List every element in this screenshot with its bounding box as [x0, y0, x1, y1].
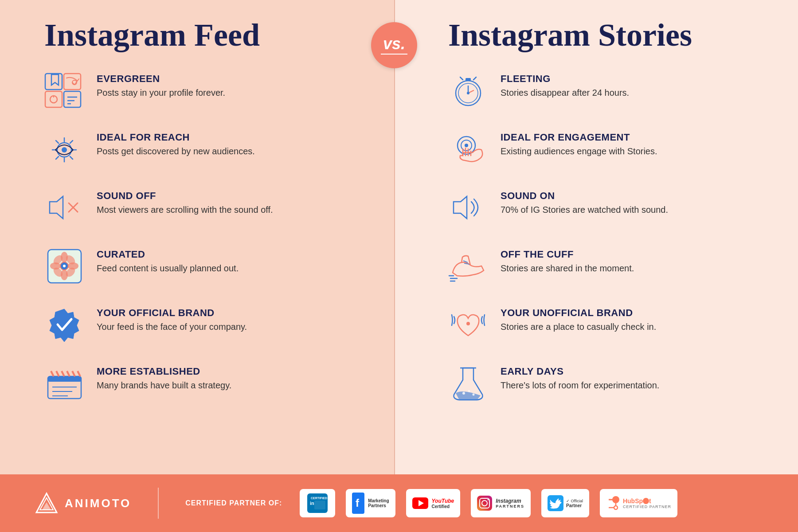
feature-early-days-title: EARLY DAYS — [501, 366, 763, 377]
svg-rect-0 — [45, 74, 62, 90]
feature-engagement-desc: Existing audiences engage with Stories. — [501, 145, 763, 158]
feature-early-days: EARLY DAYS There's lots of room for expe… — [448, 363, 763, 403]
feature-curated-desc: Feed content is usually planned out. — [97, 262, 359, 275]
feature-reach-desc: Posts get discovered by new audiences. — [97, 145, 359, 158]
feature-evergreen-title: EVERGREEN — [97, 73, 359, 85]
svg-line-19 — [56, 156, 59, 159]
feature-off-cuff: OFF THE CUFF Stories are shared in the m… — [448, 246, 763, 286]
svg-text:CERTIFIED: CERTIFIED — [311, 497, 327, 500]
feature-early-days-text: EARLY DAYS There's lots of room for expe… — [501, 363, 763, 392]
feature-sound-on: SOUND ON 70% of IG Stories are watched w… — [448, 188, 763, 227]
feature-established: MORE ESTABLISHED Many brands have built … — [44, 363, 359, 403]
evergreen-icon — [44, 70, 84, 110]
feature-official-brand-title: YOUR OFFICIAL BRAND — [97, 307, 359, 319]
vs-circle: vs. — [371, 22, 417, 68]
svg-marker-62 — [454, 196, 467, 219]
left-title: Instagram Feed — [44, 18, 359, 53]
svg-line-40 — [62, 371, 64, 376]
animoto-logo: ANIMOTO — [35, 491, 131, 516]
feature-sound-off: SOUND OFF Most viewers are scrolling wit… — [44, 188, 359, 227]
svg-point-71 — [468, 390, 470, 392]
feature-established-title: MORE ESTABLISHED — [97, 366, 359, 377]
right-panel: Instagram Stories — [395, 0, 798, 474]
feature-unofficial-brand-title: YOUR UNOFFICIAL BRAND — [501, 307, 763, 319]
svg-line-20 — [70, 141, 73, 143]
feature-engagement: IDEAL FOR ENGAGEMENT Existing audiences … — [448, 129, 763, 169]
engagement-icon — [448, 129, 488, 169]
svg-marker-1 — [51, 74, 59, 85]
svg-text:f: f — [356, 497, 360, 509]
feature-unofficial-brand: YOUR UNOFFICIAL BRAND Stories are a plac… — [448, 305, 763, 344]
feature-evergreen-desc: Posts stay in your profile forever. — [97, 86, 359, 99]
footer-divider — [158, 488, 159, 519]
footer: ANIMOTO CERTIFIED PARTNER OF: CERTIFIED … — [0, 474, 798, 532]
svg-marker-21 — [50, 196, 63, 219]
svg-rect-52 — [466, 78, 471, 81]
feature-evergreen: EVERGREEN Posts stay in your profile for… — [44, 70, 359, 110]
feature-evergreen-text: EVERGREEN Posts stay in your profile for… — [97, 70, 359, 99]
svg-line-17 — [56, 141, 59, 143]
official-brand-icon — [44, 305, 84, 344]
vs-line — [381, 54, 407, 55]
svg-line-54 — [473, 77, 476, 80]
right-title: Instagram Stories — [448, 18, 763, 53]
feature-established-text: MORE ESTABLISHED Many brands have built … — [97, 363, 359, 392]
vs-text: vs. — [383, 36, 405, 52]
svg-point-35 — [63, 265, 66, 267]
youtube-badge: YouTube Certified — [406, 489, 461, 517]
animoto-brand-name: ANIMOTO — [65, 497, 131, 510]
left-panel: Instagram Feed vs. — [0, 0, 394, 474]
hubspot-badge: HubSp●t CERTIFIED PARTNER — [600, 489, 677, 517]
svg-rect-4 — [45, 91, 62, 107]
certified-partner-label: CERTIFIED PARTNER OF: — [185, 499, 282, 507]
twitter-badge: ✓ Official Partner — [541, 489, 589, 517]
feature-unofficial-brand-text: YOUR UNOFFICIAL BRAND Stories are a plac… — [501, 305, 763, 333]
feature-sound-on-desc: 70% of IG Stories are watched with sound… — [501, 203, 763, 216]
fleeting-icon — [448, 70, 488, 110]
svg-text:in: in — [310, 501, 314, 506]
sound-on-icon — [448, 188, 488, 227]
instagram-badge: Instagram PARTNERS — [471, 489, 531, 517]
svg-line-38 — [51, 371, 54, 376]
feature-sound-off-desc: Most viewers are scrolling with the soun… — [97, 203, 359, 216]
feature-sound-on-text: SOUND ON 70% of IG Stories are watched w… — [501, 188, 763, 216]
established-icon — [44, 363, 84, 403]
feature-off-cuff-desc: Stories are shared in the moment. — [501, 262, 763, 275]
feature-off-cuff-text: OFF THE CUFF Stories are shared in the m… — [501, 246, 763, 275]
svg-rect-37 — [48, 376, 81, 382]
feature-established-desc: Many brands have built a strategy. — [97, 379, 359, 392]
main-container: Instagram Feed vs. — [0, 0, 798, 532]
feature-fleeting-desc: Stories disappear after 24 hours. — [501, 86, 763, 99]
svg-point-89 — [612, 496, 619, 503]
svg-point-70 — [462, 392, 465, 395]
feature-sound-off-text: SOUND OFF Most viewers are scrolling wit… — [97, 188, 359, 216]
feature-early-days-desc: There's lots of room for experimentation… — [501, 379, 763, 392]
linkedin-badge: CERTIFIED in — [300, 489, 335, 517]
svg-line-43 — [78, 371, 80, 376]
feature-official-brand: YOUR OFFICIAL BRAND Your feed is the fac… — [44, 305, 359, 344]
feature-curated: CURATED Feed content is usually planned … — [44, 246, 359, 286]
svg-point-51 — [467, 92, 469, 94]
curated-icon — [44, 246, 84, 286]
feature-reach: IDEAL FOR REACH Posts get discovered by … — [44, 129, 359, 169]
feature-fleeting-text: FLEETING Stories disappear after 24 hour… — [501, 70, 763, 99]
svg-line-53 — [460, 77, 463, 80]
svg-point-57 — [465, 144, 468, 147]
svg-point-91 — [614, 506, 618, 509]
feature-sound-off-title: SOUND OFF — [97, 190, 359, 202]
svg-line-18 — [70, 156, 73, 159]
content-area: Instagram Feed vs. — [0, 0, 798, 474]
feature-curated-title: CURATED — [97, 249, 359, 260]
feature-curated-text: CURATED Feed content is usually planned … — [97, 246, 359, 275]
svg-line-41 — [67, 371, 70, 376]
feature-engagement-text: IDEAL FOR ENGAGEMENT Existing audiences … — [501, 129, 763, 158]
unofficial-brand-icon — [448, 305, 488, 344]
svg-point-12 — [62, 147, 67, 153]
svg-line-42 — [72, 371, 75, 376]
feature-official-brand-desc: Your feed is the face of your company. — [97, 321, 359, 333]
feature-sound-on-title: SOUND ON — [501, 190, 763, 202]
sound-off-icon — [44, 188, 84, 227]
reach-icon — [44, 129, 84, 169]
feature-fleeting-title: FLEETING — [501, 73, 763, 85]
feature-official-brand-text: YOUR OFFICIAL BRAND Your feed is the fac… — [97, 305, 359, 333]
